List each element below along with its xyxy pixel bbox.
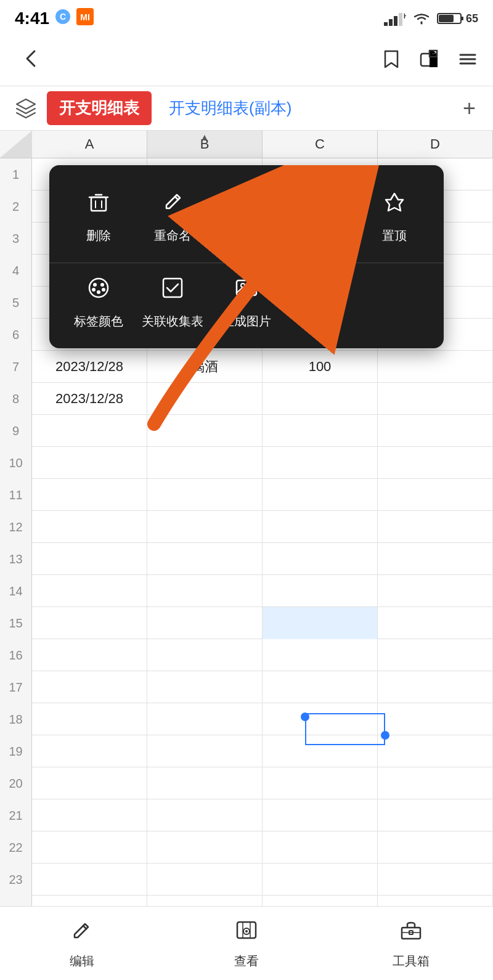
table-cell[interactable]	[378, 351, 493, 383]
table-cell[interactable]	[378, 415, 493, 447]
menu-item-copy[interactable]: 复制	[210, 184, 283, 250]
table-cell[interactable]: 100	[263, 351, 378, 383]
table-cell[interactable]	[147, 511, 263, 543]
table-cell[interactable]	[32, 511, 147, 543]
table-cell[interactable]	[147, 864, 263, 896]
table-cell[interactable]	[147, 415, 263, 447]
view-button[interactable]: 查看	[165, 918, 329, 970]
table-cell[interactable]	[378, 479, 493, 511]
table-cell[interactable]	[263, 831, 378, 864]
table-cell[interactable]	[147, 735, 263, 767]
menu-item-rename[interactable]: 重命名	[136, 184, 210, 250]
table-cell[interactable]	[147, 607, 263, 639]
menu-item-tag-color[interactable]: 标签颜色	[62, 269, 136, 336]
table-cell[interactable]	[263, 479, 378, 511]
table-cell[interactable]	[263, 447, 378, 479]
menu-item-hide[interactable]: 隐藏	[283, 184, 357, 250]
table-cell[interactable]: 2023/12/28	[32, 351, 147, 383]
tab-active-sheet[interactable]: 开支明细表	[47, 91, 152, 125]
bookmark-button[interactable]	[381, 49, 402, 74]
table-cell[interactable]	[378, 703, 493, 735]
table-cell[interactable]	[263, 383, 378, 415]
menu-button[interactable]	[457, 49, 478, 74]
menu-item-generate-image[interactable]: 生成图片	[210, 269, 283, 336]
table-cell[interactable]	[378, 671, 493, 703]
table-cell[interactable]	[378, 447, 493, 479]
table-cell[interactable]	[263, 607, 378, 639]
toolbox-button[interactable]: 工具箱	[328, 918, 493, 970]
table-cell[interactable]	[32, 607, 147, 639]
table-cell[interactable]	[263, 639, 378, 671]
add-sheet-button[interactable]: +	[455, 91, 483, 126]
table-cell[interactable]	[147, 383, 263, 415]
table-cell[interactable]	[263, 703, 378, 735]
col-header-d[interactable]: D	[378, 131, 493, 158]
table-cell[interactable]	[32, 575, 147, 607]
table-cell[interactable]	[147, 543, 263, 575]
edit-button[interactable]: 编辑	[0, 918, 165, 970]
wifi-icon	[412, 11, 431, 26]
table-cell[interactable]	[147, 447, 263, 479]
table-cell[interactable]	[378, 575, 493, 607]
table-cell[interactable]	[147, 671, 263, 703]
table-cell[interactable]	[263, 511, 378, 543]
table-cell[interactable]	[32, 831, 147, 864]
table-cell[interactable]	[32, 639, 147, 671]
col-header-b[interactable]: B ▲	[147, 131, 263, 158]
table-cell[interactable]	[263, 543, 378, 575]
table-cell[interactable]	[263, 799, 378, 831]
table-cell[interactable]	[263, 671, 378, 703]
menu-item-copy-label: 复制	[234, 227, 259, 244]
table-cell[interactable]	[378, 864, 493, 896]
table-cell[interactable]: 喝酒	[147, 351, 263, 383]
menu-item-pin[interactable]: 置顶	[357, 184, 431, 250]
hide-icon	[308, 190, 333, 220]
svg-rect-10	[461, 17, 463, 20]
table-cell[interactable]	[32, 767, 147, 799]
table-cell[interactable]	[263, 767, 378, 799]
table-cell[interactable]	[378, 511, 493, 543]
table-cell[interactable]	[32, 415, 147, 447]
column-headers: A B ▲ C D	[0, 131, 493, 158]
svg-line-41	[83, 926, 86, 929]
table-cell[interactable]	[378, 639, 493, 671]
table-cell[interactable]	[263, 864, 378, 896]
table-cell[interactable]	[32, 479, 147, 511]
table-cell[interactable]	[378, 383, 493, 415]
image-icon	[234, 276, 259, 306]
table-cell[interactable]	[263, 415, 378, 447]
table-cell[interactable]	[32, 735, 147, 767]
col-header-c[interactable]: C	[263, 131, 378, 158]
table-cell[interactable]	[147, 831, 263, 864]
table-cell[interactable]	[147, 575, 263, 607]
table-cell[interactable]	[378, 607, 493, 639]
table-cell[interactable]	[147, 479, 263, 511]
table-cell[interactable]	[378, 831, 493, 864]
table-cell[interactable]	[378, 735, 493, 767]
share-button[interactable]	[419, 49, 440, 74]
table-cell[interactable]	[378, 799, 493, 831]
back-button[interactable]	[15, 43, 47, 80]
table-cell[interactable]	[378, 767, 493, 799]
table-cell[interactable]	[32, 447, 147, 479]
table-cell[interactable]	[378, 543, 493, 575]
table-cell[interactable]	[263, 735, 378, 767]
table-cell[interactable]	[32, 864, 147, 896]
table-cell[interactable]	[147, 767, 263, 799]
table-cell[interactable]	[32, 799, 147, 831]
table-row: 72023/12/28喝酒100	[0, 351, 493, 383]
table-cell[interactable]	[32, 543, 147, 575]
layers-button[interactable]	[10, 92, 42, 125]
tab-inactive-sheet[interactable]: 开支明细表(副本)	[157, 91, 304, 125]
table-cell[interactable]	[32, 671, 147, 703]
table-cell[interactable]	[32, 703, 147, 735]
table-row: 9	[0, 415, 493, 447]
table-cell[interactable]	[263, 575, 378, 607]
table-cell[interactable]	[147, 639, 263, 671]
table-cell[interactable]	[147, 703, 263, 735]
table-cell[interactable]: 2023/12/28	[32, 383, 147, 415]
table-cell[interactable]	[147, 799, 263, 831]
menu-item-delete[interactable]: 删除	[62, 184, 136, 250]
col-header-a[interactable]: A	[32, 131, 147, 158]
menu-item-link-collection[interactable]: 关联收集表	[136, 269, 210, 336]
